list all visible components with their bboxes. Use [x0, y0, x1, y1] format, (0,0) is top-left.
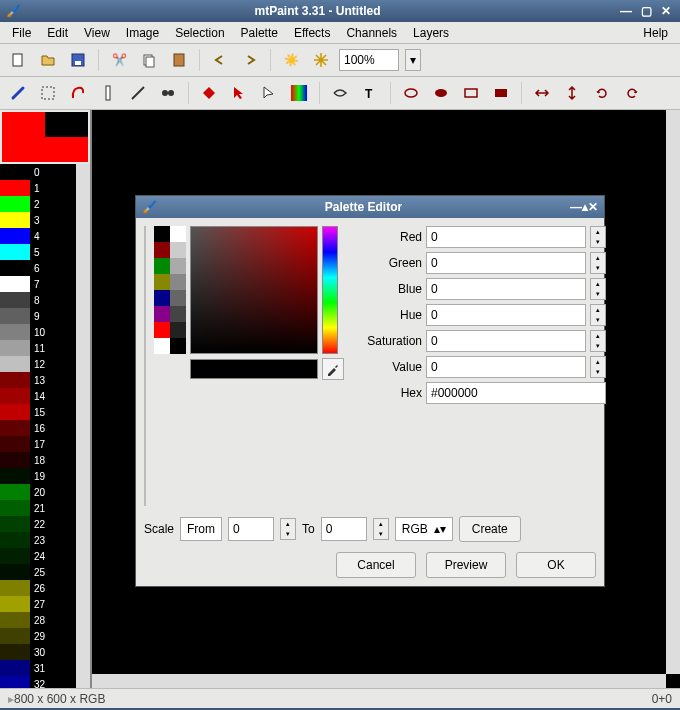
dialog-palette-row[interactable]: 2: [145, 271, 146, 293]
saturation-label: Saturation: [352, 334, 422, 348]
menu-image[interactable]: Image: [118, 24, 167, 42]
menu-selection[interactable]: Selection: [167, 24, 232, 42]
open-icon[interactable]: [36, 48, 60, 72]
ellipse-tool-icon[interactable]: [399, 81, 423, 105]
scale-to-spinner[interactable]: ▴▾: [373, 518, 389, 540]
menu-layers[interactable]: Layers: [405, 24, 457, 42]
lasso-tool-icon[interactable]: [66, 81, 90, 105]
cancel-button[interactable]: Cancel: [336, 552, 416, 578]
dialog-titlebar[interactable]: 🖌️ Palette Editor — ▴ ✕: [136, 196, 604, 218]
minimize-button[interactable]: —: [618, 3, 634, 19]
saturation-value-picker[interactable]: [190, 226, 318, 354]
dialog-palette-row[interactable]: 10: [145, 447, 146, 469]
preview-button[interactable]: Preview: [426, 552, 506, 578]
ruler-tool-icon[interactable]: [96, 81, 120, 105]
hue-spinner[interactable]: ▴▾: [590, 304, 606, 326]
status-dimensions: 800 x 600 x RGB: [14, 692, 105, 706]
green-input[interactable]: [426, 252, 586, 274]
green-spinner[interactable]: ▴▾: [590, 252, 606, 274]
paint-tool-icon[interactable]: [6, 81, 30, 105]
fill-tool-icon[interactable]: [197, 81, 221, 105]
value-input[interactable]: [426, 356, 586, 378]
close-button[interactable]: ✕: [658, 3, 674, 19]
dialog-palette-row[interactable]: 1: [145, 249, 146, 271]
dialog-icon: 🖌️: [142, 200, 157, 214]
dialog-palette-list[interactable]: 012345678910: [144, 226, 146, 506]
shade-swatches[interactable]: [154, 226, 186, 354]
palette-editor-dialog: 🖌️ Palette Editor — ▴ ✕ 012345678910: [135, 195, 605, 587]
color-preview: [190, 359, 318, 379]
ok-button[interactable]: OK: [516, 552, 596, 578]
cut-icon[interactable]: ✂️: [107, 48, 131, 72]
scale-to-input[interactable]: [321, 517, 367, 541]
smudge-tool-icon[interactable]: [156, 81, 180, 105]
dialog-palette-row[interactable]: 6: [145, 359, 146, 381]
save-icon[interactable]: [66, 48, 90, 72]
filled-rect-icon[interactable]: [489, 81, 513, 105]
palette-scrollbar[interactable]: [76, 164, 90, 688]
canvas-scrollbar-horizontal[interactable]: [92, 674, 666, 688]
menu-file[interactable]: File: [4, 24, 39, 42]
flip-h-icon[interactable]: [530, 81, 554, 105]
shape-tool-icon[interactable]: [328, 81, 352, 105]
menu-palette[interactable]: Palette: [233, 24, 286, 42]
blue-input[interactable]: [426, 278, 586, 300]
value-spinner[interactable]: ▴▾: [590, 356, 606, 378]
zoom-dropdown[interactable]: ▾: [405, 49, 421, 71]
dialog-palette-row[interactable]: 8: [145, 403, 146, 425]
picker-tool-icon[interactable]: [257, 81, 281, 105]
svg-point-12: [405, 89, 417, 97]
gradient-tool-icon[interactable]: [287, 81, 311, 105]
hue-input[interactable]: [426, 304, 586, 326]
hue-slider[interactable]: [322, 226, 338, 354]
scale-from-combo[interactable]: From: [180, 517, 222, 541]
dialog-palette-row[interactable]: 0: [145, 227, 146, 249]
dialog-palette-row[interactable]: 5: [145, 337, 146, 359]
dialog-palette-row[interactable]: 3: [145, 293, 146, 315]
menu-edit[interactable]: Edit: [39, 24, 76, 42]
dialog-palette-row[interactable]: 4: [145, 315, 146, 337]
menu-view[interactable]: View: [76, 24, 118, 42]
rect-tool-icon[interactable]: [459, 81, 483, 105]
dialog-palette-row[interactable]: 9: [145, 425, 146, 447]
text-tool-icon[interactable]: T: [358, 81, 382, 105]
line-tool-icon[interactable]: [126, 81, 150, 105]
red-input[interactable]: [426, 226, 586, 248]
redo-icon[interactable]: [238, 48, 262, 72]
saturation-input[interactable]: [426, 330, 586, 352]
menu-channels[interactable]: Channels: [338, 24, 405, 42]
flip-v-icon[interactable]: [560, 81, 584, 105]
dialog-palette-row[interactable]: 7: [145, 381, 146, 403]
eyedropper-button[interactable]: [322, 358, 344, 380]
dialog-close-button[interactable]: ✕: [588, 200, 598, 214]
zoom-field[interactable]: 100%: [339, 49, 399, 71]
rotate-cw-icon[interactable]: [620, 81, 644, 105]
dialog-minimize-button[interactable]: —: [570, 200, 582, 214]
menu-help[interactable]: Help: [635, 24, 676, 42]
hex-label: Hex: [352, 386, 422, 400]
scale-from-spinner[interactable]: ▴▾: [280, 518, 296, 540]
hex-input[interactable]: [426, 382, 606, 404]
rotate-ccw-icon[interactable]: [590, 81, 614, 105]
new-icon[interactable]: [6, 48, 30, 72]
scale-from-input[interactable]: [228, 517, 274, 541]
filled-ellipse-icon[interactable]: [429, 81, 453, 105]
scale-label: Scale: [144, 522, 174, 536]
paste-icon[interactable]: [167, 48, 191, 72]
maximize-button[interactable]: ▢: [638, 3, 654, 19]
canvas-scrollbar-vertical[interactable]: [666, 110, 680, 674]
color-swatch-box[interactable]: [2, 112, 88, 162]
saturation-spinner[interactable]: ▴▾: [590, 330, 606, 352]
copy-icon[interactable]: [137, 48, 161, 72]
brightness-icon[interactable]: ☀️: [279, 48, 303, 72]
scale-mode-combo[interactable]: RGB ▴▾: [395, 517, 453, 541]
palette-list[interactable]: 0123456789101112131415161718192021222324…: [0, 164, 90, 688]
menu-effects[interactable]: Effects: [286, 24, 338, 42]
create-button[interactable]: Create: [459, 516, 521, 542]
pan-icon[interactable]: [309, 48, 333, 72]
blue-spinner[interactable]: ▴▾: [590, 278, 606, 300]
undo-icon[interactable]: [208, 48, 232, 72]
select-tool-icon[interactable]: [36, 81, 60, 105]
red-spinner[interactable]: ▴▾: [590, 226, 606, 248]
cursor-tool-icon[interactable]: [227, 81, 251, 105]
